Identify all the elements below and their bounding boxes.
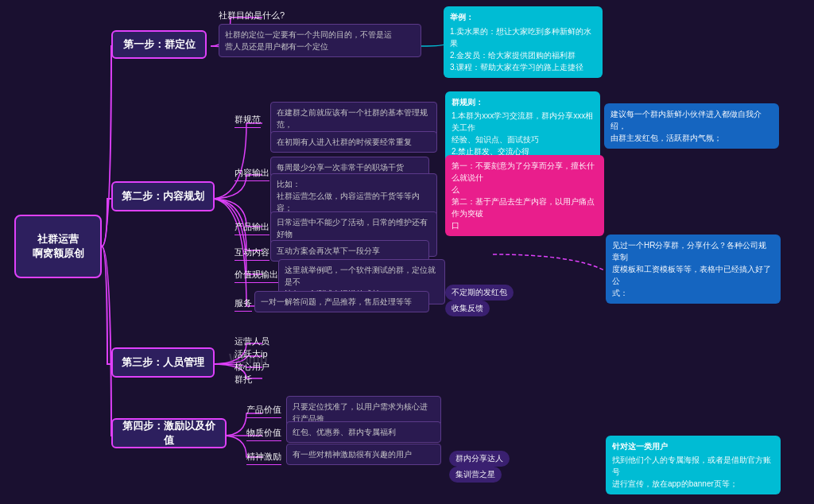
spirit-desc: 有一些对精神激励很有兴趣的用户 [286,444,441,465]
l2-step3-core: 核心用户 [235,361,269,374]
l2-service: 服务 [235,297,252,312]
step1-desc-box: 社群的定位一定要有一个共同的目的，不管是运 营人员还是用户都有一个定位 [219,24,421,57]
l2-value: 价值观输出 [235,269,278,283]
service-sub1: 不定期的发红包 [445,285,514,300]
step1-cyan-box: 举例： 1.卖水果的：想让大家吃到多种新鲜的水果 2.金发员：给大家提供团购的福… [444,6,603,78]
l2-interact: 互动内容 [235,246,269,261]
step1-question: 社群目的是什么? [219,10,285,21]
l2-material: 物质价值 [246,427,281,441]
step4-sub1: 群内分享达人 [449,451,510,467]
l2-content-out: 内容输出 [235,167,269,181]
service-sub2: 收集反馈 [445,300,490,316]
l2-step3-shill: 群托 [235,374,252,387]
interact-desc: 互动方案会再次草下一段分享 [270,240,429,262]
step3-label: 第三步：人员管理 [122,355,204,370]
step4-label: 第四步：激励以及价值 [121,419,217,448]
step4-cyan-title: 针对这一类用户 [612,440,774,452]
step1-label: 第一步：群定位 [123,37,196,52]
root-node: 社群运营 啊窝额原创 [14,215,102,278]
step1-blue-box: 建议每一个群内新鲜小伙伴进入都做自我介绍， 由群主发红包，活跃群内气氛； [604,103,779,149]
step4-cyan-content: 找到他们个人的专属海报，或者是借助官方账号 进行宣传，放在app的banner页… [612,454,774,490]
mind-map: 社群运营 啊窝额原创 第一步：群定位 社群目的是什么? 社群的定位一定要有一个共… [0,0,814,504]
grouprule-label: 群规范 [235,114,261,124]
l1-step2: 第二步：内容规划 [111,181,215,211]
step4-cyan-box: 针对这一类用户 找到他们个人的专属海报，或者是借助官方账号 进行宣传，放在app… [606,436,781,494]
l1-step1: 第一步：群定位 [111,30,207,59]
hr-blue-box: 见过一个HR分享群，分享什么？各种公司规章制 度模板和工资模板等等，表格中已经搞… [606,235,781,304]
cyan-content1: 1.卖水果的：想让大家吃到多种新鲜的水果 2.金发员：给大家提供团购的福利群 3… [450,25,596,73]
l2-step3-active: 活跃大ip [235,348,268,362]
l1-step3: 第三步：人员管理 [111,347,215,378]
l2-spirit: 精神激励 [246,451,281,465]
l2-step3-op: 运营人员 [235,335,269,349]
l2-grouprule: 群规范 [235,114,261,128]
content-pink-box: 第一：不要刻意为了分享而分享，擅长什么就说什 么 第二：基于产品去生产内容，以用… [445,155,604,236]
grouprule-sub: 在初期有人进入社群的时候要经常重复 [270,131,437,153]
service-desc: 一对一解答问题，产品推荐，售后处理等等 [254,291,429,312]
l2-product-out: 产品输出 [235,221,269,235]
grouprule-cyan-title: 群规则： [452,96,594,108]
step2-label: 第二步：内容规划 [122,189,204,204]
l2-product-value: 产品价值 [246,404,281,418]
root-label: 社群运营 啊窝额原创 [33,232,84,261]
cyan-title1: 举例： [450,11,596,23]
step4-sub2: 集训营之星 [449,467,502,483]
l1-step4: 第四步：激励以及价值 [111,418,227,448]
material-desc: 红包、优惠券、群内专属福利 [286,421,441,443]
